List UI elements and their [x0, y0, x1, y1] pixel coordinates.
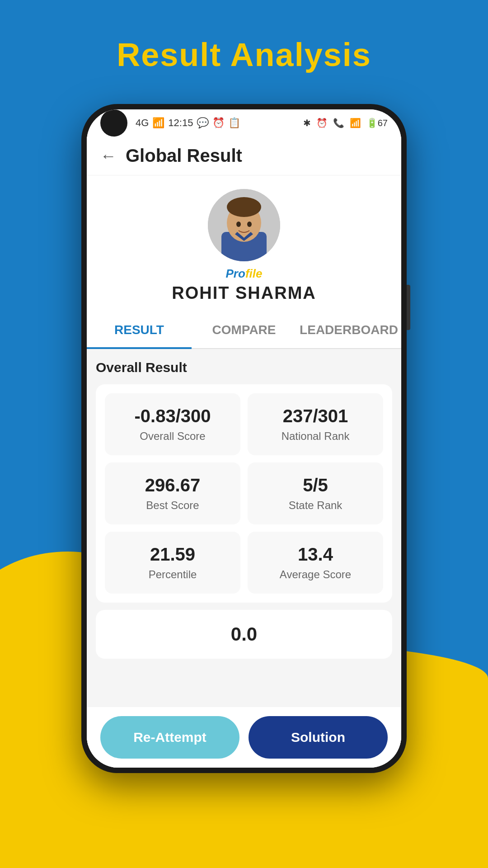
- back-button[interactable]: ←: [100, 146, 117, 165]
- percentile-label: Percentile: [114, 568, 231, 581]
- stat-state-rank: 5/5 State Rank: [248, 462, 383, 524]
- volume-button: [407, 285, 410, 330]
- svg-point-3: [227, 197, 261, 217]
- stats-grid: -0.83/300 Overall Score 237/301 National…: [105, 393, 383, 594]
- partial-score-card: 0.0: [96, 610, 392, 659]
- phone-screen: 4G 📶 12:15 💬 ⏰ 📋 ✱ ⏰ 📞 📶 🔋67 ← Global Re…: [87, 109, 401, 768]
- state-rank-value: 5/5: [257, 475, 374, 495]
- best-score-value: 296.67: [114, 475, 231, 495]
- overall-score-label: Overall Score: [114, 430, 231, 443]
- status-bar: 4G 📶 12:15 💬 ⏰ 📋 ✱ ⏰ 📞 📶 🔋67: [87, 109, 401, 137]
- tab-result[interactable]: RESULT: [87, 312, 192, 348]
- stat-overall-score: -0.83/300 Overall Score: [105, 393, 240, 455]
- section-title: Overall Result: [96, 360, 392, 375]
- partial-score-value: 0.0: [109, 623, 379, 645]
- alarm-icon: ⏰: [212, 117, 225, 129]
- reattempt-button[interactable]: Re-Attempt: [100, 716, 239, 759]
- overall-score-value: -0.83/300: [114, 406, 231, 426]
- network-label: 4G: [136, 117, 149, 129]
- time-label: 12:15: [168, 117, 193, 129]
- status-left: 4G 📶 12:15 💬 ⏰ 📋: [100, 109, 240, 137]
- bluetooth-icon: ✱: [303, 118, 311, 128]
- user-name: ROHIT SHARMA: [172, 283, 316, 303]
- stat-national-rank: 237/301 National Rank: [248, 393, 383, 455]
- solution-button[interactable]: Solution: [249, 716, 388, 759]
- svg-point-5: [236, 222, 241, 227]
- call-icon: 📞: [333, 118, 344, 128]
- screen-title: Global Result: [126, 146, 242, 166]
- avatar: [208, 189, 280, 261]
- stat-average-score: 13.4 Average Score: [248, 532, 383, 594]
- tab-leaderboard[interactable]: LEADERBOARD: [296, 312, 401, 348]
- stat-best-score: 296.67 Best Score: [105, 462, 240, 524]
- app-header: ← Global Result: [87, 137, 401, 175]
- bottom-buttons: Re-Attempt Solution: [87, 707, 401, 768]
- wifi-icon: 📶: [350, 118, 361, 128]
- status-right: ✱ ⏰ 📞 📶 🔋67: [303, 118, 388, 128]
- average-score-label: Average Score: [257, 568, 374, 581]
- camera-notch: [100, 109, 127, 137]
- page-title: Result Analysis: [0, 36, 488, 73]
- clock-icon: ⏰: [316, 118, 328, 128]
- percentile-value: 21.59: [114, 544, 231, 565]
- message-icon: 💬: [197, 117, 209, 129]
- national-rank-value: 237/301: [257, 406, 374, 426]
- tab-compare[interactable]: COMPARE: [192, 312, 296, 348]
- best-score-label: Best Score: [114, 499, 231, 512]
- national-rank-label: National Rank: [257, 430, 374, 443]
- tab-bar: RESULT COMPARE LEADERBOARD: [87, 312, 401, 349]
- svg-point-6: [247, 222, 252, 227]
- app-content: ← Global Result: [87, 137, 401, 768]
- profile-brand-label: Profile: [226, 267, 263, 281]
- sim-icon: 📋: [228, 117, 240, 129]
- stats-card: -0.83/300 Overall Score 237/301 National…: [96, 384, 392, 603]
- stat-percentile: 21.59 Percentile: [105, 532, 240, 594]
- signal-icon: 📶: [152, 117, 164, 129]
- average-score-value: 13.4: [257, 544, 374, 565]
- battery-icon: 🔋67: [366, 118, 388, 128]
- state-rank-label: State Rank: [257, 499, 374, 512]
- profile-section: Profile ROHIT SHARMA: [87, 175, 401, 312]
- phone-frame: 4G 📶 12:15 💬 ⏰ 📋 ✱ ⏰ 📞 📶 🔋67 ← Global Re…: [81, 104, 407, 773]
- content-area: Overall Result -0.83/300 Overall Score 2…: [87, 349, 401, 707]
